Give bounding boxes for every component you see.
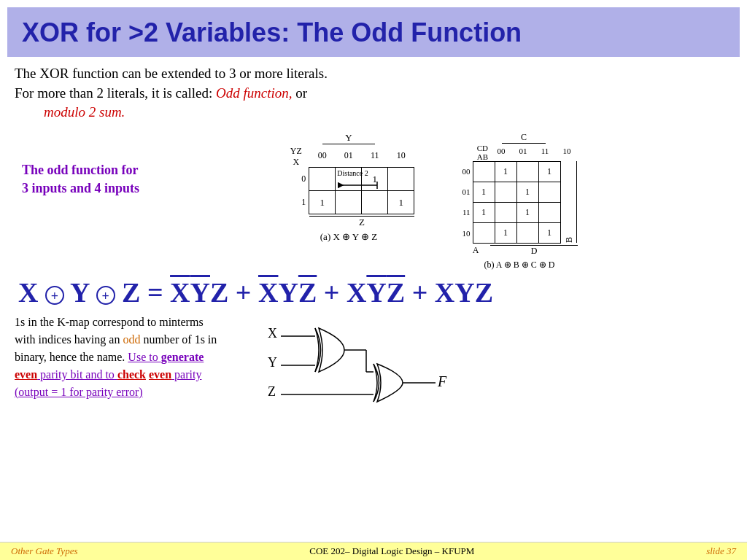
kmap4-col1: 01 (512, 147, 534, 161)
bt-even1: even (15, 368, 37, 381)
gate-svg: X Y Z (260, 303, 508, 419)
kmap4-col2: 11 (534, 147, 556, 161)
kmap4: C CDAB 00 01 11 10 (449, 132, 589, 271)
footer-center: COE 202– Digital Logic Design – KFUPM (309, 545, 474, 557)
bt-output: (output = 1 for parity error) (15, 386, 143, 398)
slide: XOR for >2 Variables: The Odd Function T… (0, 0, 747, 560)
footer-bar: Other Gate Types COE 202– Digital Logic … (0, 542, 747, 560)
kmap4-cells-table: 1 1 1 1 1 1 (473, 161, 561, 244)
kmap4-col3: 10 (556, 147, 578, 161)
kmap3-caption: (a) X ⊕ Y ⊕ Z (320, 231, 377, 243)
kmap4-caption: (b) A ⊕ B ⊕ C ⊕ D (484, 260, 554, 271)
kmap3: Y YZ X 00 01 11 10 (270, 132, 427, 244)
kmap4-d-label: D (490, 245, 578, 257)
kmap4-b-label: B (564, 161, 577, 243)
intro-line2: For more than 2 literals, it is called: (15, 85, 216, 101)
bt-generate: generate (161, 351, 204, 363)
bt-odd: odd (123, 333, 140, 346)
kmap4-c-label: C (502, 132, 546, 144)
kmap3-z-label: Z (309, 216, 414, 228)
title-bar: XOR for >2 Variables: The Odd Function (7, 7, 740, 57)
lower-area: 1s in the K-map correspond to minterms w… (15, 310, 732, 422)
footer-left: Other Gate Types (11, 545, 77, 557)
gate-input-z: Z (268, 384, 276, 399)
bottom-text: 1s in the K-map correspond to minterms w… (15, 314, 217, 401)
content-area: The XOR function can be extended to 3 or… (0, 57, 747, 542)
kmap4-cd-label: CDAB (461, 144, 490, 161)
bt-check: check (117, 368, 146, 381)
kmap3-table: YZ X 00 01 11 10 0 Dist (283, 144, 415, 215)
modulo-term: modulo 2 sum. (44, 104, 125, 120)
bt-part1: 1s in the K-map correspond to minterms (15, 316, 204, 328)
gate-output-f: F (437, 373, 447, 389)
gate-area: X Y Z (260, 303, 508, 422)
kmap4-a-label: A (461, 245, 490, 256)
gate-input-y: Y (268, 355, 277, 370)
bt-use-to: Use to (128, 351, 160, 363)
bt-parity-bit: parity bit and to (37, 368, 117, 381)
slide-title: XOR for >2 Variables: The Odd Function (22, 18, 725, 48)
gate-input-x: X (268, 326, 277, 341)
kmap3-y-label: Y (322, 132, 375, 144)
kmap4-row3: 10 (462, 223, 473, 244)
distance-arrow (337, 174, 381, 189)
footer-right: slide 37 (706, 545, 736, 557)
bt-parity: parity (171, 368, 201, 381)
bt-part3: number of 1s in (140, 333, 217, 346)
odd-function-term: Odd function, (216, 85, 293, 101)
kmap4-row0: 00 (462, 161, 473, 182)
kmap4-row2: 11 (462, 202, 473, 222)
kmap4-row1: 01 (462, 182, 473, 202)
intro-line1: The XOR function can be extended to 3 or… (15, 66, 328, 81)
intro-text: The XOR function can be extended to 3 or… (15, 64, 732, 122)
bt-part2: with indices having an (15, 333, 123, 346)
kmap4-col0: 00 (490, 147, 512, 161)
bt-even2: even (149, 368, 171, 381)
odd-function-label: The odd function for 3 inputs and 4 inpu… (22, 161, 263, 198)
intro-line2b: or (292, 85, 307, 101)
